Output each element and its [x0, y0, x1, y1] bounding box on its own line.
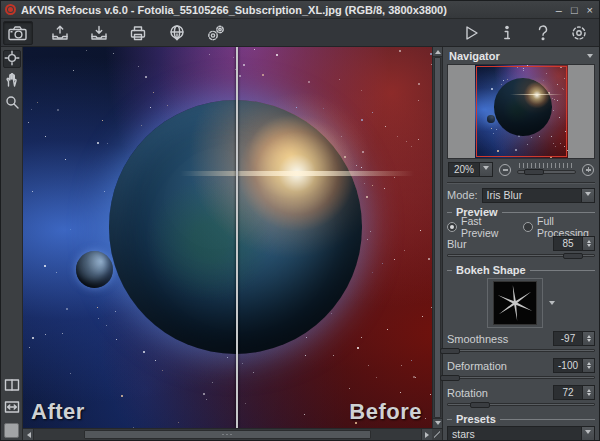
deformation-spinner[interactable]: [583, 358, 595, 373]
maximize-button[interactable]: □: [571, 5, 578, 15]
bokeh-group: Bokeh Shape: [447, 264, 595, 411]
blur-value[interactable]: 85: [553, 236, 583, 251]
deformation-value[interactable]: -100: [553, 358, 583, 373]
camera-button[interactable]: [3, 21, 33, 45]
zoom-value[interactable]: 20%: [448, 162, 480, 177]
horizontal-scroll-thumb[interactable]: [84, 430, 370, 439]
bokeh-shape-preview[interactable]: [493, 281, 537, 325]
deformation-param: Deformation -100: [447, 357, 595, 374]
scrollbar-corner: [432, 428, 442, 440]
separator: [447, 182, 595, 184]
focus-area-tool[interactable]: [3, 50, 21, 68]
rotation-slider-handle[interactable]: [470, 402, 490, 408]
save-button[interactable]: [87, 21, 111, 45]
magnifier-icon: [4, 94, 20, 112]
bokeh-shape-dropdown[interactable]: [549, 301, 555, 308]
scroll-down-arrow[interactable]: [433, 418, 442, 428]
image-view[interactable]: After Before: [23, 47, 432, 428]
about-button[interactable]: [495, 21, 519, 45]
zoom-slider[interactable]: [517, 163, 576, 177]
moon-small: [487, 115, 495, 123]
rotation-spinner[interactable]: [583, 385, 595, 400]
blur-spinner[interactable]: [583, 236, 595, 251]
smoothness-param: Smoothness -97: [447, 330, 595, 347]
navigator-header[interactable]: Navigator: [447, 49, 595, 63]
print-icon: [128, 23, 148, 43]
navigator-collapse-icon[interactable]: [587, 54, 593, 61]
rotation-param: Rotation 72: [447, 384, 595, 401]
camera-icon: [7, 23, 29, 43]
preset-value: stars: [447, 426, 582, 441]
smoothness-slider[interactable]: [447, 347, 595, 355]
save-icon: [89, 23, 109, 43]
scroll-right-arrow[interactable]: [421, 429, 432, 440]
hand-icon: [4, 72, 20, 90]
canvas-area: After Before: [23, 47, 442, 440]
play-icon: [461, 23, 481, 43]
app-window: AKVIS Refocus v.6.0 - Fotolia_55105266_S…: [0, 0, 600, 441]
mode-select[interactable]: Iris Blur: [482, 188, 595, 203]
preferences-button[interactable]: [567, 21, 591, 45]
full-processing-option[interactable]: Full Processing: [523, 215, 595, 239]
open-button[interactable]: [48, 21, 72, 45]
fast-preview-option[interactable]: Fast Preview: [447, 215, 519, 239]
minimize-button[interactable]: –: [556, 5, 562, 15]
zoom-controls: 20%: [447, 159, 595, 180]
moon: [76, 251, 113, 288]
preset-dropdown-arrow[interactable]: [582, 426, 595, 441]
rotation-value[interactable]: 72: [553, 385, 583, 400]
mode-value: Iris Blur: [482, 188, 582, 203]
scroll-up-arrow[interactable]: [433, 47, 442, 57]
background-color-swatch[interactable]: [4, 423, 19, 438]
deformation-slider[interactable]: [447, 374, 595, 382]
mode-label: Mode:: [447, 189, 478, 201]
zoom-out-button[interactable]: [499, 164, 511, 176]
navigator-title: Navigator: [449, 50, 500, 62]
zoom-slider-handle[interactable]: [524, 169, 544, 175]
after-label: After: [31, 399, 85, 425]
sun-flare: [236, 112, 359, 235]
app-icon: [5, 4, 16, 15]
smoothness-value[interactable]: -97: [553, 331, 583, 346]
zoom-slider-ticks: [519, 163, 574, 168]
before-after-split-line[interactable]: [236, 47, 238, 428]
mode-dropdown-arrow[interactable]: [582, 188, 595, 203]
blur-slider-handle[interactable]: [563, 253, 583, 259]
help-icon: [535, 23, 551, 43]
presets-group-title: Presets: [447, 413, 595, 425]
hand-tool[interactable]: [3, 72, 21, 90]
help-button[interactable]: [531, 21, 555, 45]
print-button[interactable]: [126, 21, 150, 45]
navigator-thumbnail[interactable]: [475, 65, 568, 158]
zoom-dropdown-button[interactable]: [480, 162, 493, 177]
blur-slider[interactable]: [447, 252, 595, 260]
mode-row: Mode: Iris Blur: [447, 186, 595, 204]
smoothness-slider-handle[interactable]: [440, 348, 460, 354]
deformation-slider-handle[interactable]: [440, 375, 460, 381]
split-view-button[interactable]: [3, 377, 21, 395]
preset-select[interactable]: stars: [447, 426, 595, 441]
titlebar: AKVIS Refocus v.6.0 - Fotolia_55105266_S…: [1, 1, 599, 19]
scroll-left-arrow[interactable]: [23, 429, 34, 440]
run-button[interactable]: [459, 21, 483, 45]
rotation-slider[interactable]: [447, 401, 595, 409]
vertical-scroll-thumb[interactable]: [434, 57, 441, 418]
window-title: AKVIS Refocus v.6.0 - Fotolia_55105266_S…: [21, 4, 447, 16]
globe-download-icon: [167, 23, 187, 43]
batch-button[interactable]: [204, 21, 228, 45]
full-processing-radio[interactable]: [523, 222, 533, 232]
zoom-in-button[interactable]: [582, 164, 594, 176]
presets-group: Presets stars Save Delete Reset: [447, 413, 595, 441]
tool-sidebar: [1, 47, 23, 440]
vertical-scrollbar[interactable]: [432, 47, 442, 428]
close-button[interactable]: ×: [587, 5, 593, 15]
horizontal-scrollbar[interactable]: [23, 428, 432, 440]
zoom-tool[interactable]: [3, 94, 21, 112]
publish-button[interactable]: [165, 21, 189, 45]
fast-preview-radio[interactable]: [447, 222, 457, 232]
toolbar: [1, 19, 599, 47]
gears-icon: [205, 23, 227, 43]
swap-view-button[interactable]: [3, 399, 21, 417]
bokeh-group-title: Bokeh Shape: [447, 264, 595, 276]
smoothness-spinner[interactable]: [583, 331, 595, 346]
